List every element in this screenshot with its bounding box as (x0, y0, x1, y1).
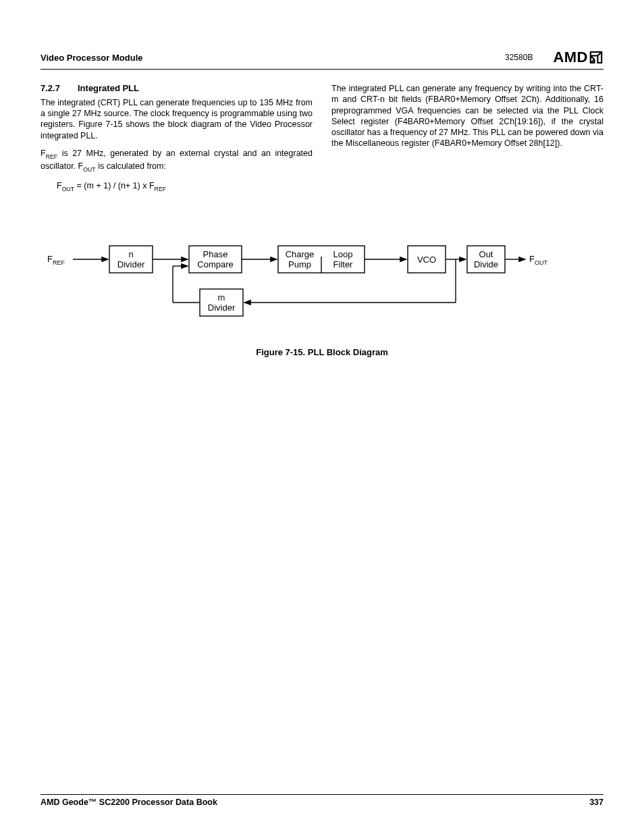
svg-text:Filter: Filter (333, 259, 354, 269)
header-bar: Video Processor Module 32580B AMD (41, 49, 603, 70)
paragraph: The integrated PLL can generate any freq… (331, 83, 603, 149)
svg-text:VCO: VCO (417, 255, 436, 265)
svg-text:Phase: Phase (203, 249, 228, 259)
paragraph: The integrated (CRT) PLL can generate fr… (41, 97, 313, 141)
svg-text:m: m (218, 292, 225, 303)
body-columns: 7.2.7Integrated PLL The integrated (CRT)… (41, 83, 603, 199)
pll-block-diagram: FREF n Divider Phase Compare Charge Pump… (41, 236, 603, 338)
doc-number: 32580B (505, 53, 533, 62)
svg-text:Divide: Divide (474, 259, 498, 269)
svg-text:Pump: Pump (288, 259, 311, 269)
left-column: 7.2.7Integrated PLL The integrated (CRT)… (41, 83, 313, 199)
svg-text:Charge: Charge (286, 249, 315, 259)
footer-bar: AMD Geode™ SC2200 Processor Data Book 33… (41, 794, 603, 807)
svg-text:Out: Out (479, 249, 493, 259)
svg-text:Divider: Divider (208, 303, 236, 313)
amd-logo: AMD (553, 49, 603, 66)
svg-text:n: n (128, 249, 133, 259)
page-number: 337 (589, 798, 603, 807)
svg-text:Divider: Divider (117, 259, 145, 269)
fout-label: FOUT (529, 254, 547, 266)
fref-label: FREF (47, 254, 65, 266)
section-title: 7.2.7Integrated PLL (41, 83, 313, 95)
figure-caption: Figure 7-15. PLL Block Diagram (41, 347, 603, 357)
svg-text:Compare: Compare (197, 259, 233, 269)
header-left: Video Processor Module (41, 53, 142, 63)
paragraph: FREF is 27 MHz, generated by an external… (41, 148, 313, 174)
right-column: The integrated PLL can generate any freq… (331, 83, 603, 199)
svg-text:Loop: Loop (333, 249, 353, 259)
formula: FOUT = (m + 1) / (n+ 1) x FREF (57, 180, 313, 193)
footer-left: AMD Geode™ SC2200 Processor Data Book (41, 798, 217, 807)
